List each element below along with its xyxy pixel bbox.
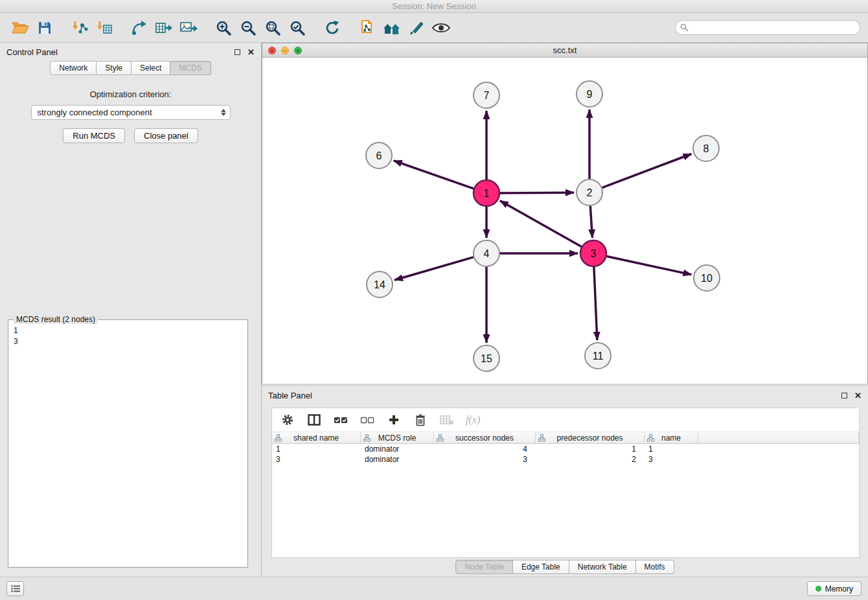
home-icon[interactable] (380, 16, 404, 40)
tab-motifs[interactable]: Motifs (636, 560, 674, 574)
column-header-name[interactable]: name (645, 432, 698, 444)
tab-edge-table[interactable]: Edge Table (513, 560, 569, 574)
edge-3-11[interactable] (594, 267, 597, 340)
edge-1-6[interactable] (394, 161, 474, 189)
criterion-select-value: strongly connected component (38, 108, 152, 117)
tab-select[interactable]: Select (131, 61, 170, 75)
optimization-criterion-label: Optimization criterion: (0, 89, 261, 99)
node-3[interactable]: 3 (580, 240, 606, 266)
memory-button[interactable]: Memory (807, 581, 862, 596)
cell-name: 1 (645, 444, 698, 454)
clone-network-icon[interactable] (355, 16, 380, 40)
export-network-icon[interactable] (127, 16, 152, 40)
edge-2-8[interactable] (602, 154, 692, 188)
cell-predecessor_nodes: 1 (536, 444, 645, 454)
table-row[interactable]: 3dominator323 (272, 454, 859, 465)
network-view-title: scc.txt (553, 45, 577, 55)
tab-network[interactable]: Network (50, 61, 97, 75)
node-11[interactable]: 11 (585, 343, 611, 369)
minimize-window-icon[interactable]: − (281, 47, 289, 54)
column-header-successor_nodes[interactable]: successor nodes (434, 432, 536, 444)
open-file-icon[interactable] (8, 16, 32, 40)
close-panel-button[interactable]: Close panel (134, 128, 198, 143)
node-15[interactable]: 15 (474, 345, 499, 371)
column-header-predecessor_nodes[interactable]: predecessor nodes (536, 432, 645, 444)
search-input[interactable] (675, 20, 860, 35)
node-4[interactable]: 4 (474, 240, 499, 266)
table-settings-icon[interactable] (280, 412, 295, 428)
control-panel-tabs: NetworkStyleSelectMCDS (0, 61, 261, 75)
export-table-icon[interactable] (152, 16, 176, 40)
node-9[interactable]: 9 (577, 81, 602, 107)
select-stepper-icon (221, 109, 226, 116)
result-line: 3 (14, 336, 242, 347)
node-label: 14 (374, 279, 385, 290)
cell-predecessor_nodes: 2 (536, 455, 645, 464)
network-view-titlebar[interactable]: × − + scc.txt (262, 43, 867, 58)
mcds-result-box: MCDS result (2 nodes) 13 (8, 319, 248, 568)
edge-1-2[interactable] (500, 192, 574, 193)
cell-shared_name: 3 (272, 455, 361, 464)
tab-node-table[interactable]: Node Table (455, 560, 513, 574)
import-table-icon[interactable] (92, 16, 117, 40)
status-bar: Memory (0, 577, 868, 600)
maximize-window-icon[interactable]: + (294, 47, 302, 54)
edge-2-3[interactable] (590, 206, 592, 238)
refresh-view-icon[interactable] (320, 16, 345, 40)
export-image-icon[interactable] (176, 16, 201, 40)
close-window-icon[interactable]: × (268, 47, 276, 54)
edge-3-10[interactable] (607, 257, 692, 275)
node-label: 9 (587, 89, 593, 100)
column-header-shared_name[interactable]: shared name (272, 432, 361, 444)
split-panel-icon[interactable] (306, 412, 322, 428)
column-header-mcds_role[interactable]: MCDS role (361, 432, 434, 444)
node-6[interactable]: 6 (366, 143, 392, 168)
edge-3-1[interactable] (500, 201, 582, 247)
float-panel-icon[interactable] (841, 393, 847, 398)
delete-column-icon[interactable] (413, 412, 428, 428)
tab-style[interactable]: Style (97, 61, 131, 75)
node-label: 8 (703, 143, 709, 154)
table-panel-tabs: Node TableEdge TableNetwork TableMotifs (262, 560, 868, 574)
show-hide-icon[interactable] (429, 16, 453, 40)
node-1[interactable]: 1 (474, 180, 499, 206)
close-panel-icon[interactable]: ✕ (247, 49, 255, 55)
save-session-icon[interactable] (32, 16, 57, 40)
zoom-selected-icon[interactable] (285, 16, 310, 40)
criterion-select[interactable]: strongly connected component (31, 105, 231, 120)
zoom-out-icon[interactable] (236, 16, 260, 40)
zoom-in-icon[interactable] (211, 16, 236, 40)
node-label: 15 (481, 353, 492, 364)
network-canvas[interactable]: 7968124314101511 (262, 58, 867, 384)
node-2[interactable]: 2 (577, 179, 602, 205)
control-panel: Control Panel ✕ NetworkStyleSelectMCDS O… (0, 43, 262, 577)
node-8[interactable]: 8 (693, 135, 719, 161)
cell-successor_nodes: 4 (434, 444, 536, 454)
node-table: f(x) shared nameMCDS rolesuccessor nodes… (271, 408, 860, 558)
result-line: 1 (14, 325, 242, 336)
close-panel-icon[interactable]: ✕ (854, 393, 862, 398)
delete-table-icon (439, 412, 455, 428)
float-panel-icon[interactable] (234, 49, 240, 55)
node-7[interactable]: 7 (474, 82, 499, 108)
tab-network-table[interactable]: Network Table (569, 560, 636, 574)
node-10[interactable]: 10 (694, 265, 720, 291)
add-column-icon[interactable] (386, 412, 402, 428)
network-view-window: × − + scc.txt 7968124314101511 (262, 43, 868, 384)
run-mcds-button[interactable]: Run MCDS (63, 128, 125, 143)
node-14[interactable]: 14 (367, 271, 393, 297)
search-box (675, 20, 860, 35)
import-network-icon[interactable] (67, 16, 92, 40)
edge-4-14[interactable] (394, 257, 474, 280)
table-toolbar: f(x) (272, 408, 859, 432)
cell-mcds_role: dominator (361, 455, 434, 464)
function-builder-icon: f(x) (466, 414, 480, 426)
deselect-all-rows-icon[interactable] (360, 412, 375, 428)
table-row[interactable]: 1dominator411 (272, 444, 859, 454)
zoom-fit-icon[interactable] (260, 16, 285, 40)
apply-style-icon[interactable] (404, 16, 429, 40)
tab-mcds[interactable]: MCDS (170, 61, 211, 75)
task-history-button[interactable] (6, 581, 24, 596)
cell-name: 3 (645, 455, 698, 464)
select-all-rows-icon[interactable] (333, 412, 348, 428)
